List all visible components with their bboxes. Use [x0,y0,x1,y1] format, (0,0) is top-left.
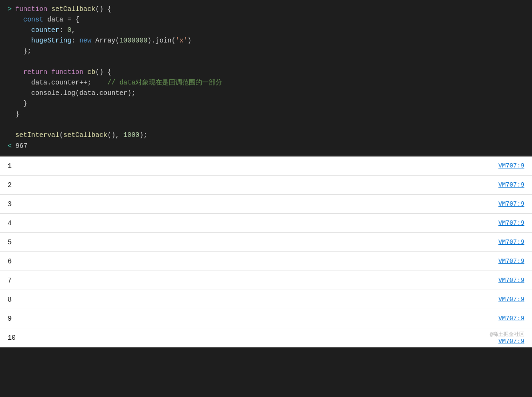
code-text: function setCallback() { [15,4,112,14]
code-text [15,120,19,129]
code-line-4: hugeString: new Array(1000000).join('x') [0,35,532,46]
no-arrow [8,88,13,98]
console-row-4: 4 VM707:9 [0,214,532,233]
console-row-1: 1 VM707:9 [0,157,532,176]
code-text: console.log(data.counter); [15,88,135,98]
console-output: 1 VM707:9 2 VM707:9 3 VM707:9 4 VM707:9 … [0,157,532,347]
console-link-7[interactable]: VM707:9 [498,277,524,284]
console-link-6[interactable]: VM707:9 [498,258,524,265]
no-arrow [8,78,13,87]
no-arrow [8,46,13,56]
code-text: hugeString: new Array(1000000).join('x') [15,36,192,45]
console-link-4[interactable]: VM707:9 [498,219,524,227]
no-arrow [8,25,13,35]
console-value-4: 4 [8,219,27,227]
no-arrow [8,57,13,66]
no-arrow [8,15,13,24]
code-text: }; [15,46,31,56]
console-link-5[interactable]: VM707:9 [498,239,524,246]
no-arrow [8,36,13,45]
console-row-2: 2 VM707:9 [0,176,532,195]
code-line-12 [0,119,532,130]
code-line-5: }; [0,46,532,56]
no-arrow [8,67,13,77]
code-line-1: > function setCallback() { [0,4,532,14]
console-row-6: 6 VM707:9 [0,252,532,271]
console-value-7: 7 [8,277,27,284]
code-line-9: console.log(data.counter); [0,88,532,98]
code-text: return function cb() { [15,67,112,77]
code-line-10: } [0,98,532,109]
console-value-1: 1 [8,162,27,170]
no-arrow [8,109,13,119]
console-row-7: 7 VM707:9 [0,271,532,290]
code-text: counter: 0, [15,25,75,35]
no-arrow [8,120,13,129]
code-line-7: return function cb() { [0,67,532,77]
code-line-6 [0,56,532,67]
console-link-1[interactable]: VM707:9 [498,162,524,169]
console-row-9: 9 VM707:9 [0,309,532,328]
result-line: < 967 [0,140,532,152]
code-line-13: setInterval(setCallback(), 1000); [0,130,532,140]
expand-arrow[interactable]: > [8,4,13,14]
code-text: } [15,99,27,108]
code-line-3: counter: 0, [0,25,532,35]
result-arrow-icon: < [8,141,11,151]
code-line-8: data.counter++; // data对象现在是回调范围的一部分 [0,77,532,88]
console-link-9[interactable]: VM707:9 [498,315,524,322]
result-value: 967 [15,141,27,151]
console-link-3[interactable]: VM707:9 [498,200,524,208]
code-text: data.counter++; // data对象现在是回调范围的一部分 [15,78,222,87]
console-row-10: 10 @稀土掘金社区 VM707:9 [0,328,532,347]
watermark-text: @稀土掘金社区 [490,331,524,338]
console-row-3: 3 VM707:9 [0,195,532,214]
console-value-9: 9 [8,315,27,323]
no-arrow [8,130,13,140]
console-row-8: 8 VM707:9 [0,290,532,309]
console-link-2[interactable]: VM707:9 [498,181,524,188]
devtools-console: > function setCallback() { const data = … [0,0,532,347]
console-value-3: 3 [8,200,27,208]
code-line-2: const data = { [0,14,532,25]
console-link-8[interactable]: VM707:9 [498,296,524,303]
code-text: setInterval(setCallback(), 1000); [15,130,147,140]
code-block: > function setCallback() { const data = … [0,0,532,156]
code-text: } [15,109,19,119]
console-value-6: 6 [8,258,27,265]
console-row-5: 5 VM707:9 [0,233,532,252]
console-value-5: 5 [8,239,27,246]
code-text: const data = { [15,15,79,24]
console-value-8: 8 [8,296,27,303]
console-value-10: 10 [8,334,27,342]
code-text [15,57,19,66]
console-link-10[interactable]: VM707:9 [498,338,524,345]
no-arrow [8,99,13,108]
console-value-2: 2 [8,181,27,189]
code-line-11: } [0,109,532,119]
